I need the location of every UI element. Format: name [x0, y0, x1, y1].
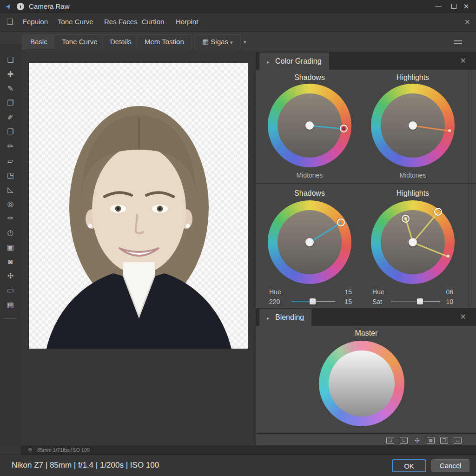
shadows-center-handle[interactable] [305, 121, 314, 130]
menu-close-icon[interactable]: ✕ [464, 18, 470, 26]
ok-button[interactable]: OK [392, 459, 426, 472]
minimize-button[interactable]: — [432, 2, 444, 11]
camera-raw-window: ➤ i Camera Raw — ✕ ❑ Eepuion Tone Curve … [0, 0, 476, 476]
status-bar: Nikon Z7 | 85mm | f/1.4 | 1/200s | ISO 1… [0, 455, 476, 476]
window-title: Camera Raw [29, 2, 70, 10]
adjustments-panel: ▸ Color Grading ✕ Shadows Highlights Mid… [256, 52, 476, 445]
menu-item-eepuion[interactable]: Eepuion [22, 18, 48, 26]
color-grading-close-icon[interactable]: ✕ [460, 56, 466, 65]
draw-tool[interactable]: ✑ [0, 212, 21, 225]
frame-tool[interactable]: ▣ [0, 241, 21, 254]
panel-menu-icon[interactable] [454, 39, 462, 45]
highlights-center-handle[interactable] [409, 121, 417, 130]
menu-item-res-faces[interactable]: Res Faces [104, 18, 138, 26]
document-icon[interactable]: ❑ [7, 17, 13, 26]
hand-tool[interactable]: ❏ [0, 53, 21, 66]
zoom-tool[interactable]: ◎ [0, 198, 21, 211]
maximize-button[interactable] [451, 4, 456, 9]
mini-info-strip: ⊕ 85mm 1/71fbs ISO 109 [21, 445, 476, 455]
mini-info-text: 85mm 1/71fbs ISO 109 [37, 447, 90, 453]
hue-label-highlights: Hue [372, 288, 384, 296]
sigas-grid-icon: ▦ [202, 38, 209, 46]
hue-label-shadows: Hue [269, 288, 281, 296]
blending-collapse-arrow-icon: ▸ [267, 315, 270, 321]
midtones-caption-right: Midtones [371, 172, 455, 179]
menu-item-tone-curve[interactable]: Tone Curve [58, 18, 93, 26]
camera-info: Nikon Z7 | 85mm | f/1.4 | 1/200s | ISO 1… [12, 461, 159, 470]
transform-tool[interactable]: ◳ [0, 169, 21, 182]
mask-rect-tool[interactable]: ▭ [0, 284, 21, 297]
master-wheel[interactable] [319, 341, 404, 426]
sat-label-highlights: Sat [372, 298, 382, 305]
crop-tool[interactable]: ▱ [0, 154, 21, 167]
grid-tool[interactable]: ▦ [0, 298, 21, 311]
tab-mem-tostion[interactable]: Mem Tostion [137, 34, 192, 49]
tab-details[interactable]: Details [102, 34, 139, 49]
pen-tool[interactable]: ✐ [0, 111, 21, 124]
shadows-hue-slider[interactable] [291, 301, 335, 302]
tab-basic[interactable]: Basic [22, 34, 55, 49]
copy-tool[interactable]: ❒ [0, 126, 21, 139]
shadows-wheel-editing[interactable] [268, 200, 351, 284]
brush-icon[interactable]: ✣ [413, 437, 421, 444]
sat-value-highlights: 10 [437, 298, 453, 305]
highlights-tail-marker[interactable] [447, 255, 450, 258]
highlights-wheel-editing[interactable] [371, 200, 455, 284]
portrait-mask-tool[interactable]: ◙ [0, 255, 21, 268]
close-button[interactable]: ✕ [460, 2, 472, 11]
blending-close-icon[interactable]: ✕ [460, 312, 466, 321]
highlights-hue-marker[interactable] [448, 129, 451, 132]
highlights-wheel-midtones[interactable] [371, 84, 455, 167]
title-bar: ➤ i Camera Raw — ✕ [0, 0, 476, 13]
color-grading-title: Color Grading [275, 57, 322, 65]
menu-item-horpint[interactable]: Horpint [176, 18, 198, 26]
color-grading-tab[interactable]: ▸ Color Grading [259, 53, 329, 70]
image-canvas[interactable] [21, 52, 256, 445]
adjustment-brush-tool[interactable]: ✎ [0, 82, 21, 95]
tab-bar: Basic Tone Curve Details Mem Tostion ▦ S… [0, 32, 476, 52]
menu-item-curtion[interactable]: Curtion [142, 18, 164, 26]
pencil-tool[interactable]: ✏ [0, 140, 21, 153]
tool-sidebar: ❏ ✚ ✎ ❐ ✐ ❒ ✏ ▱ ◳ ◺ ◎ ✑ ◴ ▣ ◙ ✣ ▭ ▦ [0, 44, 21, 446]
section-divider [256, 183, 476, 184]
master-label: Master [320, 329, 413, 337]
export-icon[interactable]: ❏ [386, 437, 394, 444]
app-pointer-icon: ➤ [3, 2, 13, 12]
copy-icon[interactable]: ❐ [440, 437, 448, 444]
healing-brush-tool[interactable]: ✚ [0, 68, 21, 81]
tab-sigas[interactable]: ▦ Sigas ▾ [194, 34, 241, 49]
spray-tool[interactable]: ✣ [0, 270, 21, 283]
midtones-caption-left: Midtones [268, 172, 351, 179]
shadows-hue-marker[interactable] [340, 125, 348, 132]
rect-icon[interactable]: ▭ [454, 437, 462, 444]
shadows-slider-value: 15 [336, 298, 352, 305]
geometry-tool[interactable]: ◺ [0, 183, 21, 196]
hue-value-shadows: 15 [336, 288, 352, 296]
highlights-sat-slider[interactable] [391, 301, 440, 302]
highlights-inner-marker[interactable] [402, 215, 410, 223]
cancel-button[interactable]: Cancel [431, 459, 469, 472]
shadows-wheel-midtones[interactable] [268, 84, 351, 167]
highlights-ring-marker[interactable] [434, 208, 442, 216]
highlights-sat-slider-thumb[interactable] [417, 298, 423, 304]
shadows-label-row1: Shadows [268, 73, 351, 82]
panel-gutter [469, 70, 469, 324]
shadows-hue-slider-thumb[interactable] [310, 298, 316, 304]
clone-stamp-tool[interactable]: ❐ [0, 97, 21, 110]
grid-icon[interactable]: ▦ [427, 437, 435, 444]
footer-divider [256, 433, 476, 434]
shadows-editing-center[interactable] [305, 238, 314, 246]
menu-bar: ❑ Eepuion Tone Curve Res Faces Curtion H… [0, 13, 476, 32]
hue-degree-value: 220 [269, 298, 280, 305]
highlights-editing-center[interactable] [409, 238, 417, 246]
e-badge-icon[interactable]: E [400, 437, 408, 444]
overflow-chevron-icon[interactable]: ▾ [244, 39, 246, 45]
portrait-illustration [29, 63, 248, 349]
portrait-photo[interactable] [29, 63, 248, 349]
tab-tone-curve[interactable]: Tone Curve [54, 34, 106, 49]
shadows-editing-marker[interactable] [337, 218, 345, 226]
rotate-tool[interactable]: ◴ [0, 226, 21, 239]
blending-tab[interactable]: ▸ Blending [259, 309, 311, 326]
highlights-label-row1: Highlights [371, 73, 455, 82]
globe-icon: ⊕ [28, 447, 32, 453]
